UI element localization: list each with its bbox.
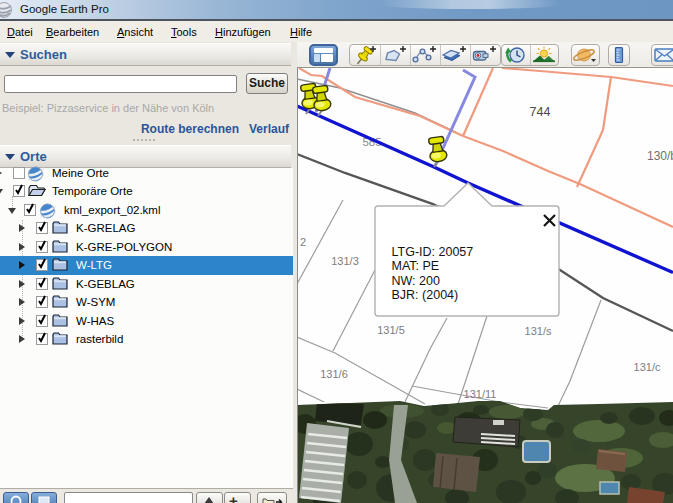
svg-text:130/b: 130/b bbox=[647, 149, 673, 163]
svg-text:744: 744 bbox=[530, 105, 551, 119]
svg-text:131/c: 131/c bbox=[634, 361, 661, 373]
svg-text:LTG-ID: 20057: LTG-ID: 20057 bbox=[392, 245, 474, 259]
svg-text:2: 2 bbox=[300, 236, 306, 248]
svg-text:131/11: 131/11 bbox=[464, 388, 497, 400]
svg-text:MAT: PE: MAT: PE bbox=[392, 259, 440, 273]
svg-text:BJR: (2004): BJR: (2004) bbox=[392, 288, 459, 302]
svg-text:131/5: 131/5 bbox=[377, 324, 405, 336]
svg-text:131/6: 131/6 bbox=[320, 368, 348, 380]
svg-text:131/3: 131/3 bbox=[331, 255, 359, 267]
svg-text:NW: 200: NW: 200 bbox=[392, 274, 440, 288]
svg-text:131/s: 131/s bbox=[525, 325, 552, 337]
